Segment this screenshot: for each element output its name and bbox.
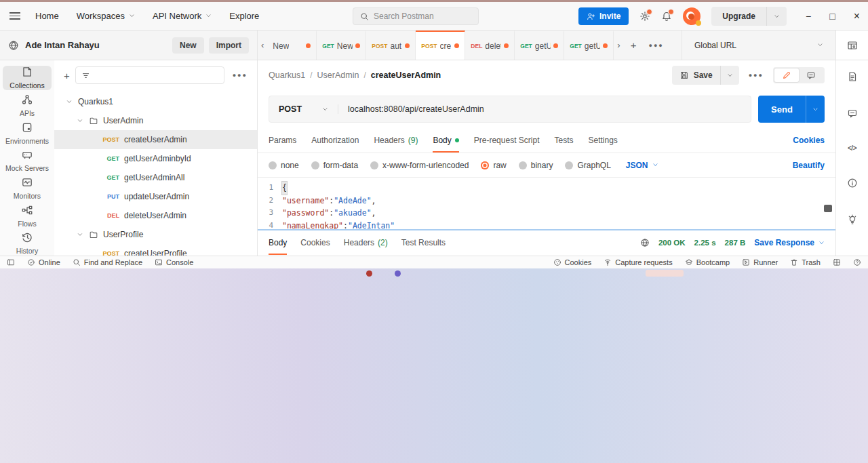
body-mode-x-www-form-urlencoded[interactable]: x-www-form-urlencoded bbox=[370, 161, 469, 170]
tree-item-createuseradmin[interactable]: POSTcreateUserAdmin bbox=[54, 130, 257, 149]
statusbar-trash[interactable]: Trash bbox=[790, 258, 821, 266]
rail-item-collections[interactable]: Collections bbox=[3, 66, 52, 90]
tree-item-deleteuseradmin[interactable]: DELdeleteUserAdmin bbox=[54, 206, 257, 225]
statusbar-panel[interactable] bbox=[7, 258, 15, 266]
nav-home[interactable]: Home bbox=[35, 11, 59, 21]
url-input[interactable]: localhost:8080/api/createUserAdmin bbox=[338, 104, 751, 114]
open-tab[interactable]: GETNew bbox=[317, 31, 366, 60]
response-tab-headers[interactable]: Headers(2) bbox=[344, 230, 388, 255]
request-editor-scrollbar[interactable] bbox=[824, 205, 832, 212]
open-tab[interactable]: GETgetU bbox=[515, 31, 564, 60]
statusbar-layout2[interactable] bbox=[833, 258, 841, 266]
response-tab-test-results[interactable]: Test Results bbox=[401, 230, 446, 255]
send-button[interactable]: Send bbox=[758, 96, 825, 123]
tree-item-getuseradminbyid[interactable]: GETgetUserAdminbyId bbox=[54, 149, 257, 168]
statusbar-cookies[interactable]: Cookies bbox=[553, 258, 592, 266]
method-select[interactable]: POST bbox=[269, 104, 338, 114]
rail-item-environments[interactable]: Environments bbox=[3, 121, 52, 145]
open-tab[interactable]: New bbox=[267, 31, 317, 60]
open-tab[interactable]: GETgetU bbox=[564, 31, 614, 60]
environment-selector[interactable]: Global URL bbox=[682, 31, 835, 60]
body-mode-GraphQL[interactable]: GraphQL bbox=[565, 161, 610, 170]
send-options-button[interactable] bbox=[806, 96, 825, 123]
body-mode-form-data[interactable]: form-data bbox=[311, 161, 358, 170]
request-tab-authorization[interactable]: Authorization bbox=[311, 128, 359, 153]
sidebar-filter-input[interactable] bbox=[75, 66, 224, 84]
nav-explore[interactable]: Explore bbox=[229, 11, 259, 21]
tree-item-getuseradminall[interactable]: GETgetUserAdminAll bbox=[54, 168, 257, 187]
window-close-button[interactable]: × bbox=[854, 10, 860, 22]
statusbar-runner[interactable]: Runner bbox=[742, 258, 778, 266]
tree-item-label: deleteUserAdmin bbox=[124, 211, 186, 220]
chevron-down-icon[interactable] bbox=[77, 118, 84, 123]
request-language-select[interactable]: JSON bbox=[626, 161, 658, 170]
nav-workspaces[interactable]: Workspaces bbox=[77, 11, 135, 21]
breadcrumb-collection[interactable]: Quarkus1 bbox=[269, 71, 305, 80]
tree-item-userprofile[interactable]: UserProfile bbox=[54, 225, 257, 244]
request-tab-body[interactable]: Body bbox=[433, 128, 458, 153]
rail-item-history[interactable]: History bbox=[3, 231, 52, 256]
request-tab-params[interactable]: Params bbox=[269, 128, 296, 153]
request-tab-tests[interactable]: Tests bbox=[554, 128, 573, 153]
chevron-down-icon[interactable] bbox=[77, 232, 84, 237]
tree-item-quarkus1[interactable]: Quarkus1 bbox=[54, 92, 257, 111]
body-mode-binary[interactable]: binary bbox=[519, 161, 553, 170]
add-collection-button[interactable]: + bbox=[64, 70, 70, 81]
invite-button[interactable]: Invite bbox=[578, 7, 629, 25]
tree-item-useradmin[interactable]: UserAdmin bbox=[54, 111, 257, 130]
save-button[interactable]: Save bbox=[672, 66, 739, 85]
environment-quick-look[interactable] bbox=[835, 31, 868, 60]
rail-item-flows[interactable]: Flows bbox=[3, 203, 52, 228]
response-tab-body[interactable]: Body bbox=[269, 230, 287, 255]
statusbar-help[interactable] bbox=[853, 258, 861, 266]
window-minimize-button[interactable]: − bbox=[806, 11, 811, 22]
tabs-scroll-left[interactable]: ‹ bbox=[258, 31, 267, 60]
notifications-bell-icon[interactable] bbox=[661, 11, 672, 22]
rail-item-mock-servers[interactable]: Mock Servers bbox=[3, 148, 52, 173]
new-button[interactable]: New bbox=[172, 37, 204, 54]
nav-api-network[interactable]: API Network bbox=[153, 11, 212, 21]
cookies-link[interactable]: Cookies bbox=[793, 136, 825, 145]
open-tab[interactable]: DELdelet bbox=[465, 31, 515, 60]
main-menu-icon[interactable] bbox=[9, 12, 20, 20]
pull-requests-bulb-icon[interactable] bbox=[847, 214, 858, 225]
open-tab[interactable]: POSTcre bbox=[416, 31, 465, 60]
window-maximize-button[interactable]: □ bbox=[829, 11, 835, 22]
request-tab-settings[interactable]: Settings bbox=[589, 128, 618, 153]
request-tab-pre-request-script[interactable]: Pre-request Script bbox=[474, 128, 540, 153]
upgrade-button[interactable]: Upgrade bbox=[711, 7, 787, 26]
beautify-link[interactable]: Beautify bbox=[793, 161, 825, 170]
settings-gear-icon[interactable] bbox=[639, 11, 650, 22]
request-more-button[interactable]: ●●● bbox=[749, 72, 764, 79]
response-tab-cookies[interactable]: Cookies bbox=[300, 230, 330, 255]
edit-mode-button[interactable] bbox=[774, 68, 799, 82]
statusbar-online[interactable]: Online bbox=[27, 258, 60, 266]
account-avatar[interactable] bbox=[683, 7, 701, 25]
import-button[interactable]: Import bbox=[209, 37, 249, 54]
global-search-input[interactable]: Search Postman bbox=[353, 7, 479, 25]
body-mode-none[interactable]: none bbox=[269, 161, 299, 170]
save-response-button[interactable]: Save Response bbox=[754, 238, 825, 247]
breadcrumb-folder[interactable]: UserAdmin bbox=[317, 71, 359, 80]
comment-mode-button[interactable] bbox=[799, 68, 823, 82]
info-icon[interactable] bbox=[847, 178, 858, 188]
request-tab-headers[interactable]: Headers(9) bbox=[374, 128, 418, 153]
tabs-scroll-right[interactable]: › bbox=[614, 31, 623, 60]
statusbar-capture-requests[interactable]: Capture requests bbox=[604, 258, 672, 266]
code-snippet-icon[interactable]: </> bbox=[848, 144, 856, 152]
statusbar-bootcamp[interactable]: Bootcamp bbox=[685, 258, 730, 266]
tree-item-updateuseradmin[interactable]: PUTupdateUserAdmin bbox=[54, 187, 257, 206]
documentation-icon[interactable] bbox=[847, 71, 858, 82]
rail-item-monitors[interactable]: Monitors bbox=[3, 176, 52, 201]
body-mode-raw[interactable]: raw bbox=[481, 161, 506, 170]
tab-options-button[interactable]: ●●● bbox=[643, 31, 669, 60]
request-body-editor[interactable]: 1{2"username":"AdeAde",3"password":"akua… bbox=[258, 177, 835, 230]
new-tab-button[interactable]: + bbox=[624, 31, 644, 60]
sidebar-more-button[interactable]: ●●● bbox=[230, 72, 250, 79]
rail-item-apis[interactable]: APIs bbox=[3, 94, 52, 118]
comments-icon[interactable] bbox=[847, 108, 858, 119]
statusbar-console[interactable]: Console bbox=[155, 258, 193, 266]
open-tab[interactable]: POSTaut bbox=[366, 31, 416, 60]
statusbar-find-and-replace[interactable]: Find and Replace bbox=[73, 258, 142, 266]
chevron-down-icon[interactable] bbox=[66, 99, 73, 104]
